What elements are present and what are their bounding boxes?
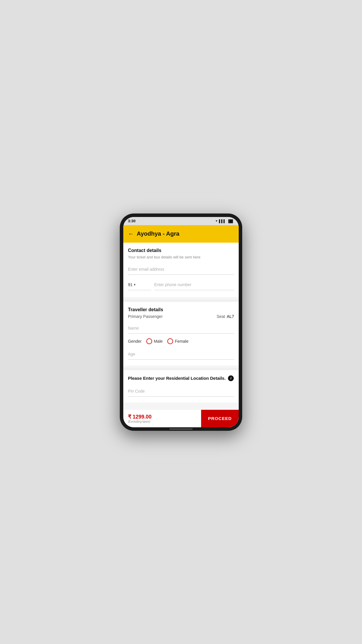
name-input[interactable]: [128, 323, 234, 334]
status-icons: ▾ ▌▌▌ ▐█▌: [216, 219, 234, 223]
gender-row: Gender Male Female: [128, 338, 234, 344]
price-tax: (Excluding taxes): [128, 420, 196, 423]
residential-title-row: Please Enter your Residential Location D…: [128, 375, 234, 381]
phone-row: 91 ▾: [128, 279, 234, 290]
passenger-row: Primary Passenger Seat AL7: [128, 314, 234, 319]
scroll-content: Contact details Your ticket and bus deta…: [123, 243, 239, 427]
back-button[interactable]: ←: [128, 230, 134, 237]
phone-input[interactable]: [154, 279, 234, 290]
divider-1: [123, 300, 239, 302]
country-code-value: 91: [128, 282, 133, 287]
female-label: Female: [175, 339, 189, 344]
status-time: 3:30: [128, 219, 136, 223]
wifi-icon: ▾: [216, 219, 217, 223]
male-radio[interactable]: Male: [146, 338, 163, 344]
email-input[interactable]: [128, 264, 234, 275]
female-radio-circle: [167, 338, 173, 344]
bottom-bar: ₹ 1299.00 (Excluding taxes) PROCEED: [123, 410, 239, 427]
residential-title: Please Enter your Residential Location D…: [128, 376, 226, 381]
app-header: ← Ayodhya - Agra: [123, 225, 239, 243]
price-amount: ₹ 1299.00: [128, 414, 196, 420]
gender-label: Gender: [128, 339, 142, 344]
traveller-details-section: Traveller details Primary Passenger Seat…: [123, 302, 239, 365]
signal-icon: ▌▌▌: [219, 219, 226, 223]
proceed-button[interactable]: PROCEED: [201, 410, 239, 427]
divider-2: [123, 368, 239, 370]
contact-section-subtitle: Your ticket and bus details will be sent…: [128, 255, 234, 259]
contact-details-section: Contact details Your ticket and bus deta…: [123, 243, 239, 297]
male-label: Male: [154, 339, 163, 344]
info-icon[interactable]: i: [228, 375, 234, 381]
price-section: ₹ 1299.00 (Excluding taxes): [123, 414, 201, 423]
status-bar: 3:30 ▾ ▌▌▌ ▐█▌: [123, 217, 239, 225]
phone-device: 3:30 ▾ ▌▌▌ ▐█▌ ← Ayodhya - Agra Contact …: [120, 214, 242, 431]
contact-section-title: Contact details: [128, 248, 234, 253]
pincode-input[interactable]: [128, 386, 234, 397]
seat-number: AL7: [227, 314, 234, 319]
seat-info: Seat AL7: [217, 314, 234, 319]
residential-section: Please Enter your Residential Location D…: [123, 370, 239, 402]
dropdown-arrow-icon: ▾: [134, 283, 136, 287]
phone-screen: 3:30 ▾ ▌▌▌ ▐█▌ ← Ayodhya - Agra Contact …: [123, 217, 239, 427]
header-title: Ayodhya - Agra: [137, 230, 179, 237]
female-radio[interactable]: Female: [167, 338, 189, 344]
male-radio-circle: [146, 338, 152, 344]
seat-label: Seat: [217, 314, 225, 319]
info-icon-text: i: [230, 376, 231, 380]
country-code-selector[interactable]: 91 ▾: [128, 279, 151, 290]
passenger-label: Primary Passenger: [128, 314, 163, 319]
traveller-section-title: Traveller details: [128, 307, 234, 312]
battery-icon: ▐█▌: [227, 219, 234, 223]
age-input[interactable]: [128, 349, 234, 360]
